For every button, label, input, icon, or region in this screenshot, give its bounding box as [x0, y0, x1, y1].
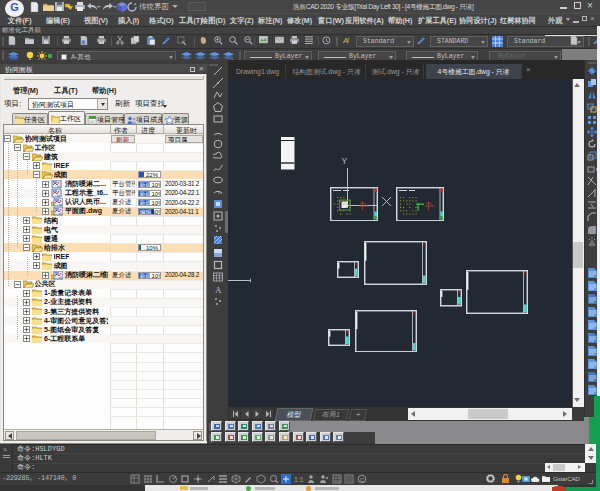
svg-text:C: C [360, 477, 365, 483]
svg-text:Y: Y [342, 156, 348, 166]
svg-text:A: A [215, 285, 222, 294]
svg-text:1:1: 1:1 [294, 476, 304, 483]
